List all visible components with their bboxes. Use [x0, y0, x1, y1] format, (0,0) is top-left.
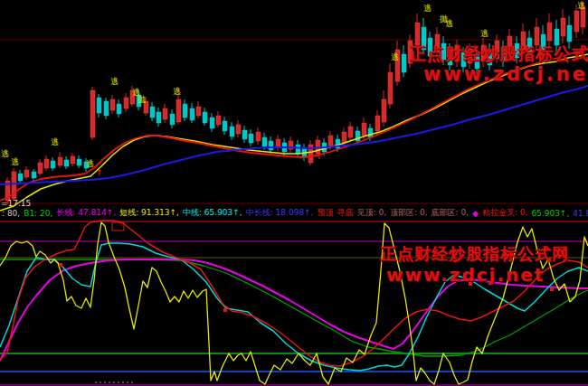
sell-signal-marker: 抛	[138, 95, 146, 104]
candle-down	[402, 54, 406, 72]
candle-up	[388, 72, 393, 104]
sell-signal-marker: 逃	[110, 77, 119, 86]
candle-down	[210, 118, 214, 128]
sell-signal-marker: 逃	[480, 29, 488, 38]
candle-down	[249, 134, 253, 143]
sell-signal-marker: 逃	[86, 159, 94, 168]
candle-up	[328, 136, 333, 146]
signal-dot-marker	[550, 287, 554, 291]
candle-down	[183, 104, 187, 118]
indicator-reading: : 80,	[2, 209, 20, 218]
indicator-reading: 底部区: 0,	[431, 207, 468, 219]
candle-down	[567, 25, 572, 42]
indicator-reading: 长线: 47.814↑,	[56, 207, 116, 219]
candle-down	[223, 121, 227, 131]
sell-signal-marker: 逃	[11, 157, 19, 166]
candle-down	[203, 112, 207, 123]
candle-down	[77, 159, 81, 165]
candle-up	[415, 23, 420, 45]
watermark-top-line1: 正点财经炒股指标公式网	[409, 45, 588, 62]
buy-signal-arrow-marker: ↑	[316, 152, 323, 161]
candle-down	[190, 108, 194, 120]
candle-up	[547, 23, 552, 41]
buy-signal-arrow-marker: ↑	[96, 168, 103, 177]
candle-down	[150, 107, 155, 118]
candle-up	[58, 157, 62, 165]
candle-down	[51, 161, 55, 168]
candle-up	[24, 170, 29, 177]
candle-up	[256, 132, 261, 141]
chart-line	[0, 221, 588, 366]
watermark-bottom-line1: 正点财经炒股指标公式网	[380, 246, 569, 262]
sell-signal-marker: 逃	[1, 149, 9, 158]
watermark-bottom-url: www.zdcj.net	[386, 266, 545, 284]
candle-up	[90, 90, 95, 137]
candle-up	[124, 98, 128, 108]
candle-up	[196, 107, 201, 116]
candle-down	[156, 112, 161, 123]
candle-up	[535, 27, 539, 45]
sell-signal-marker: 逃	[445, 19, 453, 28]
candle-up	[236, 125, 241, 134]
candle-up	[581, 7, 585, 27]
indicator-reading: 寻底	[337, 207, 354, 219]
indicator-reading: 顶部区: 0,	[390, 207, 427, 219]
chart-line	[0, 86, 588, 184]
candle-down	[32, 172, 36, 178]
sell-signal-marker: 逃	[173, 87, 181, 96]
candle-up	[38, 163, 43, 174]
candle-up	[110, 99, 115, 110]
candle-down	[262, 137, 267, 146]
sell-signal-marker: 逃	[51, 137, 59, 146]
candle-down	[230, 127, 234, 137]
candle-down	[18, 174, 23, 181]
candle-up	[348, 127, 353, 137]
indicator-reading: 中线: 65.903↑,	[183, 207, 242, 219]
candle-down	[269, 141, 273, 150]
indicator-reading: 短线: 91.313↑,	[119, 207, 179, 219]
indicator-reading: ◆	[472, 209, 479, 218]
candle-up	[375, 116, 380, 131]
candle-up	[342, 132, 346, 143]
sell-signal-marker: 逃	[577, 1, 585, 10]
indicator-reading: 41.818↑	[573, 209, 588, 218]
candle-up	[44, 159, 49, 168]
sell-signal-marker: 逃	[423, 4, 432, 13]
indicator-reading: 中长线: 18.098↑,	[246, 207, 314, 219]
candle-up	[216, 116, 221, 125]
candle-up	[382, 99, 386, 122]
indicator-reading: 预顶	[318, 207, 334, 219]
candle-down	[64, 160, 69, 166]
indicator-reading: 粘拉金叉: 0,	[482, 207, 527, 219]
candle-up	[574, 11, 579, 32]
candle-up	[71, 156, 75, 164]
candle-up	[176, 99, 181, 122]
indicator-reading: 65.903↑,	[531, 209, 569, 218]
candle-down	[117, 104, 121, 114]
candle-down	[296, 145, 300, 154]
sell-signal-marker: 逃	[391, 52, 399, 61]
candle-down	[104, 101, 109, 116]
trading-chart-window: 逃逃逃逃逃逃抛逃逃逃抛逃逃逃↑↑↑ 正点财经炒股指标公式网 www.zdcj.n…	[0, 0, 588, 386]
indicator-reading: 见顶: 0,	[357, 207, 386, 219]
indicator-readout-bar[interactable]: : 80,B1: 20,长线: 47.814↑,短线: 91.313↑,中线: …	[0, 205, 588, 221]
signal-dot-marker	[59, 263, 62, 267]
candle-up	[276, 139, 280, 147]
candle-down	[368, 128, 373, 137]
candle-up	[362, 123, 366, 136]
candle-down	[242, 130, 247, 139]
indicator-reading: B1: 20,	[24, 209, 52, 218]
candle-up	[163, 108, 167, 119]
candle-down	[97, 98, 101, 113]
watermark-top-url: www.zdcj.net	[423, 65, 588, 84]
signal-dot-marker	[223, 308, 227, 312]
candle-up	[561, 18, 565, 36]
candle-down	[170, 114, 175, 125]
